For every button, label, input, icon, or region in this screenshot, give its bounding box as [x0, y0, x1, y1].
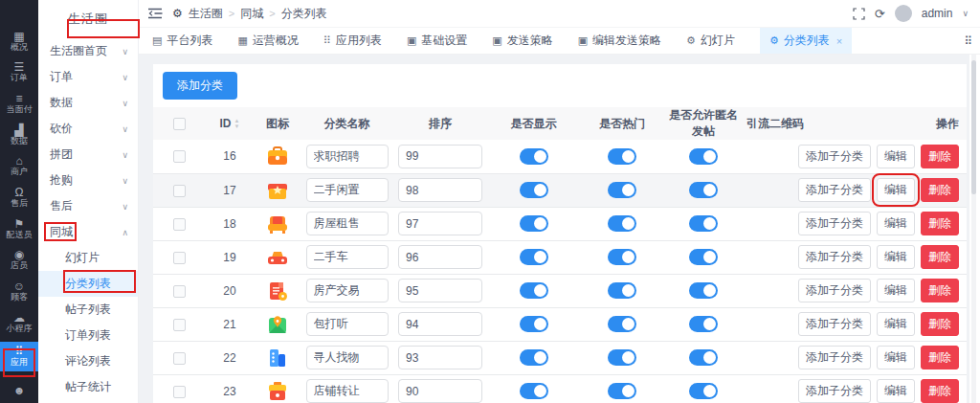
anon-toggle[interactable] [689, 383, 718, 399]
category-name-input[interactable] [306, 178, 389, 202]
add-child-category-button[interactable]: 添加子分类 [798, 145, 871, 168]
add-category-button[interactable]: 添加分类 [163, 72, 237, 100]
edit-button[interactable]: 编辑 [877, 312, 915, 336]
hot-toggle[interactable] [608, 383, 636, 399]
breadcrumb-item[interactable]: 分类列表 [281, 6, 327, 22]
sidebar-item-data[interactable]: ▟数据 [0, 123, 38, 147]
delete-button[interactable]: 删除 [921, 312, 959, 336]
tab-编辑发送策略[interactable]: ▣编辑发送策略 [578, 28, 661, 54]
anon-toggle[interactable] [689, 249, 718, 265]
submenu-item-帖子统计[interactable]: 帖子统计 [38, 374, 138, 400]
tab-基础设置[interactable]: ▣基础设置 [407, 28, 467, 54]
hot-toggle[interactable] [608, 215, 636, 232]
show-toggle[interactable] [520, 215, 548, 232]
anon-toggle[interactable] [689, 316, 718, 332]
tab-应用列表[interactable]: ⠿应用列表 [323, 28, 382, 54]
anon-toggle[interactable] [689, 148, 718, 165]
menu-item-抢购[interactable]: 抢购∨ [38, 168, 138, 193]
sidebar-item-mini-program[interactable]: ☁小程序 [0, 310, 38, 335]
anon-toggle[interactable] [689, 349, 718, 366]
sidebar-item-merchant[interactable]: ⌂商户 [0, 154, 38, 179]
hot-toggle[interactable] [608, 282, 636, 299]
delete-button[interactable]: 删除 [921, 245, 959, 269]
submenu-item-分类列表[interactable]: 分类列表 [38, 271, 138, 297]
show-toggle[interactable] [520, 249, 548, 265]
sort-order-input[interactable] [398, 346, 482, 369]
add-child-category-button[interactable]: 添加子分类 [798, 379, 871, 403]
edit-button[interactable]: 编辑 [877, 346, 915, 369]
fullscreen-icon[interactable] [853, 8, 865, 20]
anon-toggle[interactable] [689, 182, 718, 198]
tab-options-icon[interactable]: ⠿ [964, 34, 972, 48]
row-checkbox[interactable] [173, 218, 186, 231]
edit-button[interactable]: 编辑 [877, 145, 915, 168]
show-toggle[interactable] [520, 316, 548, 332]
breadcrumb-item[interactable]: 同城 [240, 6, 263, 22]
menu-fold-icon[interactable] [148, 8, 163, 19]
sidebar-item-customer[interactable]: ☺顾客 [0, 279, 38, 303]
refresh-icon[interactable]: ⟳ [875, 7, 885, 21]
add-child-category-button[interactable]: 添加子分类 [798, 212, 871, 235]
delete-button[interactable]: 删除 [921, 379, 959, 403]
anon-toggle[interactable] [689, 215, 718, 232]
sidebar-item-face-pay[interactable]: ≡当面付 [0, 91, 38, 116]
category-name-input[interactable] [306, 379, 389, 403]
chevron-down-icon[interactable]: ∨ [962, 9, 969, 18]
tab-分类列表[interactable]: ⚙分类列表× [760, 28, 852, 54]
row-checkbox[interactable] [173, 285, 186, 298]
category-name-input[interactable] [306, 145, 389, 168]
sidebar-item-overview[interactable]: ▦概况 [0, 29, 38, 54]
edit-button[interactable]: 编辑 [877, 245, 915, 269]
submenu-item-帖子列表[interactable]: 帖子列表 [38, 297, 138, 323]
row-checkbox[interactable] [173, 319, 186, 331]
menu-item-售后[interactable]: 售后∨ [38, 193, 138, 219]
tab-平台列表[interactable]: ▤平台列表 [152, 28, 212, 54]
edit-button[interactable]: 编辑 [877, 178, 915, 202]
show-toggle[interactable] [520, 148, 548, 165]
add-child-category-button[interactable]: 添加子分类 [798, 312, 871, 336]
row-checkbox[interactable] [173, 352, 186, 365]
select-all-checkbox[interactable] [173, 118, 186, 130]
sort-icon[interactable]: ▲▼ [234, 119, 240, 129]
sort-order-input[interactable] [398, 145, 482, 168]
anon-toggle[interactable] [689, 282, 718, 299]
delete-button[interactable]: 删除 [921, 346, 959, 369]
menu-item-砍价[interactable]: 砍价∨ [38, 116, 138, 142]
tab-close-icon[interactable]: × [836, 35, 842, 47]
hot-toggle[interactable] [608, 349, 636, 366]
hot-toggle[interactable] [608, 316, 636, 332]
delete-button[interactable]: 删除 [921, 145, 959, 168]
edit-button[interactable]: 编辑 [877, 379, 915, 403]
sort-order-input[interactable] [398, 312, 482, 336]
menu-item-数据[interactable]: 数据∨ [38, 90, 138, 116]
edit-button[interactable]: 编辑 [877, 279, 915, 302]
category-name-input[interactable] [306, 312, 389, 336]
row-checkbox[interactable] [173, 150, 186, 163]
hot-toggle[interactable] [608, 249, 636, 265]
submenu-item-评论列表[interactable]: 评论列表 [38, 348, 138, 374]
show-toggle[interactable] [520, 349, 548, 366]
tab-运营概况[interactable]: ▦运营概况 [237, 28, 298, 54]
category-name-input[interactable] [306, 346, 389, 369]
menu-item-订单[interactable]: 订单∨ [38, 64, 138, 90]
menu-item-生活圈首页[interactable]: 生活圈首页∨ [38, 38, 138, 64]
tab-发送策略[interactable]: ▣发送策略 [492, 28, 552, 54]
show-toggle[interactable] [520, 182, 548, 198]
category-name-input[interactable] [306, 279, 389, 302]
row-checkbox[interactable] [173, 386, 186, 398]
sidebar-item-staff[interactable]: ◉店员 [0, 248, 38, 273]
hot-toggle[interactable] [608, 182, 636, 198]
breadcrumb-item[interactable]: 生活圈 [189, 6, 223, 22]
tab-幻灯片[interactable]: ⚙幻灯片 [686, 28, 735, 54]
sort-order-input[interactable] [398, 279, 482, 302]
delete-button[interactable]: 删除 [921, 178, 959, 202]
add-child-category-button[interactable]: 添加子分类 [798, 346, 871, 369]
hot-toggle[interactable] [608, 148, 636, 165]
category-name-input[interactable] [306, 212, 389, 235]
sort-order-input[interactable] [398, 245, 482, 269]
add-child-category-button[interactable]: 添加子分类 [798, 279, 871, 302]
menu-item-拼团[interactable]: 拼团∨ [38, 142, 138, 168]
sidebar-item-after-sales[interactable]: Ω售后 [0, 185, 38, 210]
add-child-category-button[interactable]: 添加子分类 [798, 245, 871, 269]
sidebar-item-orders[interactable]: ☰订单 [0, 60, 38, 85]
